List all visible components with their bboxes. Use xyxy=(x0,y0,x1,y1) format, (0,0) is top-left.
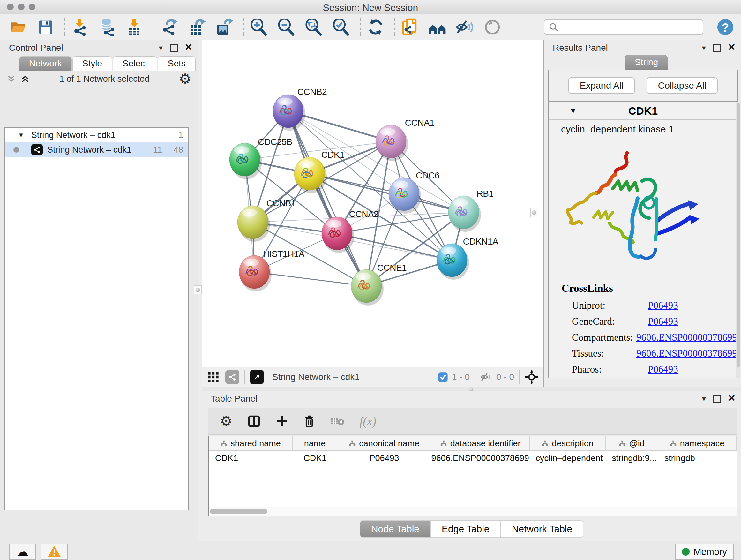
close-panel-icon[interactable]: × xyxy=(728,41,735,53)
birds-eye-toggle-icon[interactable] xyxy=(525,370,539,384)
collapse-all-button[interactable]: Collapse All xyxy=(647,77,718,94)
delete-table-icon[interactable] xyxy=(331,416,344,427)
tab-network[interactable]: Network xyxy=(19,56,72,71)
panel-menu-icon[interactable]: ▾ xyxy=(702,395,706,402)
network-collection-row[interactable]: ▼ String Network – cdk1 1 xyxy=(5,128,188,142)
edge-CCNB2-CCNE1[interactable] xyxy=(288,111,366,286)
import-network-button[interactable] xyxy=(71,18,89,37)
tab-sets[interactable]: Sets xyxy=(158,56,196,71)
first-neighbors-button[interactable] xyxy=(401,18,419,37)
expand-all-icon[interactable] xyxy=(20,74,30,84)
tab-edge-table[interactable]: Edge Table xyxy=(430,520,501,538)
search-input[interactable] xyxy=(562,22,698,33)
network-options-gear-icon[interactable]: ⚙ xyxy=(179,72,192,86)
gene-collapse-icon[interactable]: ▼ xyxy=(569,106,577,115)
column-header-name[interactable]: name xyxy=(293,436,337,450)
column-header-canonical-name[interactable]: canonical name xyxy=(337,436,431,450)
close-panel-icon[interactable]: × xyxy=(185,41,192,53)
network-canvas[interactable]: CCNB2CCNA1CDC25BCDK1CDC6RB1CCNB1CCNA2CDK… xyxy=(202,40,543,367)
table-row[interactable]: CDK1CDK1P064939606.ENSP00000378699cyclin… xyxy=(209,451,737,465)
network-row[interactable]: String Network – cdk1 11 48 xyxy=(5,142,188,157)
node-CCNE1[interactable] xyxy=(351,269,384,306)
export-network-button[interactable] xyxy=(160,18,179,37)
table-options-gear-icon[interactable]: ⚙ xyxy=(220,414,232,428)
zoom-in-button[interactable] xyxy=(250,18,268,37)
results-scrollbar[interactable] xyxy=(736,102,740,378)
tissues-link[interactable]: 9606.ENSP00000378699 xyxy=(636,348,737,359)
zoom-fit-button[interactable] xyxy=(305,18,323,37)
compartments-link[interactable]: 9606.ENSP00000378699 xyxy=(636,332,737,343)
node-CCNA1[interactable] xyxy=(376,125,408,161)
tab-node-table[interactable]: Node Table xyxy=(360,520,430,538)
horizontal-splitter[interactable] xyxy=(202,387,741,391)
delete-column-icon[interactable] xyxy=(303,415,315,428)
uniprot-link[interactable]: P06493 xyxy=(648,300,678,311)
zoom-selected-button[interactable] xyxy=(332,18,350,37)
right-splitter-handle[interactable] xyxy=(530,208,538,217)
show-columns-icon[interactable] xyxy=(248,415,260,428)
import-network-from-database-button[interactable] xyxy=(98,18,117,37)
create-column-icon[interactable] xyxy=(276,415,288,427)
node-CDC25B[interactable] xyxy=(229,143,262,179)
function-builder-button[interactable]: f(x) xyxy=(359,414,376,428)
show-hidden-button[interactable] xyxy=(483,18,502,37)
node-RB1[interactable] xyxy=(448,196,481,232)
cloud-status-button[interactable]: ☁ xyxy=(9,544,36,560)
grid-view-icon[interactable] xyxy=(207,371,219,383)
selected-checkbox-icon[interactable] xyxy=(438,372,448,382)
gene-entry-header[interactable]: ▼ CDK1 xyxy=(549,102,737,120)
float-panel-icon[interactable] xyxy=(713,44,721,52)
column-type-icon xyxy=(542,440,549,447)
tab-select[interactable]: Select xyxy=(113,56,157,71)
eye-icon xyxy=(484,19,501,36)
network-view-icon[interactable] xyxy=(225,370,239,384)
column-header-shared-name[interactable]: shared name xyxy=(209,436,293,450)
collapse-all-icon[interactable] xyxy=(6,74,16,84)
column-header-namespace[interactable]: namespace xyxy=(658,436,737,450)
edge-CCNA2-CDKN1A[interactable] xyxy=(337,233,452,260)
zoom-out-button[interactable] xyxy=(277,18,295,37)
expand-all-button[interactable]: Expand All xyxy=(568,77,635,94)
node-CDKN1A[interactable] xyxy=(436,244,469,280)
left-splitter-handle[interactable] xyxy=(194,286,202,294)
node-CDK1[interactable] xyxy=(294,157,327,193)
help-icon: ? xyxy=(717,18,734,36)
refresh-layout-button[interactable] xyxy=(366,18,385,37)
node-CDC6[interactable] xyxy=(389,178,421,213)
pharos-link[interactable]: P06493 xyxy=(648,364,678,375)
show-all-hide-button[interactable] xyxy=(428,18,447,37)
hidden-eye-icon[interactable] xyxy=(480,372,492,382)
warnings-button[interactable] xyxy=(41,544,68,560)
control-panel: Control Panel ▾ × Network Style Select S… xyxy=(0,40,198,541)
tab-style[interactable]: Style xyxy=(72,56,112,71)
open-session-button[interactable] xyxy=(9,18,27,37)
collection-expand-icon[interactable]: ▼ xyxy=(18,132,24,139)
detach-view-icon[interactable] xyxy=(250,370,264,384)
tab-network-table[interactable]: Network Table xyxy=(501,520,584,538)
column-header--id[interactable]: @id xyxy=(606,436,658,450)
column-header-description[interactable]: description xyxy=(530,436,606,450)
table-horizontal-scrollbar[interactable] xyxy=(209,507,737,516)
float-panel-icon[interactable] xyxy=(170,44,178,52)
float-panel-icon[interactable] xyxy=(713,395,721,403)
column-header-database-identifier[interactable]: database identifier xyxy=(431,436,529,450)
export-table-button[interactable] xyxy=(188,18,206,37)
tab-string[interactable]: String xyxy=(625,55,668,70)
close-panel-icon[interactable]: × xyxy=(728,392,735,404)
node-CCNA2[interactable] xyxy=(322,217,354,253)
edge-CDK1-RB1[interactable] xyxy=(310,174,464,212)
import-table-button[interactable] xyxy=(126,18,144,37)
help-button[interactable]: ? xyxy=(716,18,735,37)
save-session-button[interactable] xyxy=(37,18,55,37)
hide-selected-button[interactable] xyxy=(456,18,474,37)
hidden-counts: 0 - 0 xyxy=(496,372,514,382)
panel-menu-icon[interactable]: ▾ xyxy=(702,44,706,52)
network-list: ▼ String Network – cdk1 1 String Network… xyxy=(4,127,189,510)
export-image-button[interactable] xyxy=(215,18,233,37)
node-CCNB2[interactable] xyxy=(273,95,306,131)
node-HIST1H1A[interactable] xyxy=(239,255,272,292)
memory-button[interactable]: Memory xyxy=(675,544,734,560)
genecard-link[interactable]: P06493 xyxy=(648,316,678,327)
panel-menu-icon[interactable]: ▾ xyxy=(159,44,163,52)
crosslink-row: Compartments: 9606.ENSP00000378699 xyxy=(549,329,737,346)
